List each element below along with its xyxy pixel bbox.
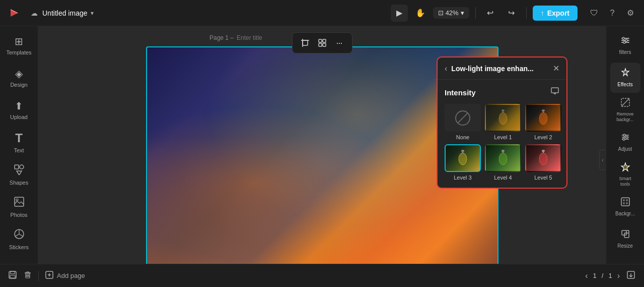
undo-button[interactable]: ↩ [482, 5, 499, 22]
download-button[interactable] [626, 270, 636, 282]
filters-label: filters [619, 49, 631, 55]
rp-remove-bg[interactable]: Removebackgr... [610, 95, 640, 125]
svg-point-18 [502, 109, 505, 111]
prev-page-button[interactable]: ‹ [585, 271, 588, 280]
left-sidebar: ⊞ Templates ◈ Design ⬆ Upload T Text Sha… [0, 26, 38, 264]
shapes-icon [14, 164, 25, 178]
add-page-button[interactable]: Add page [45, 270, 85, 281]
intensity-level1[interactable]: Level 1 [485, 104, 521, 140]
rp-adjust[interactable]: Adjust [610, 127, 640, 157]
zoom-control[interactable]: ⊡ 42% ▾ [433, 7, 469, 19]
level4-label: Level 4 [494, 175, 512, 181]
grid-view-button[interactable] [315, 35, 330, 50]
remove-bg-label: Removebackgr... [616, 111, 633, 123]
sidebar-item-shapes[interactable]: Shapes [4, 159, 34, 190]
level2-thumb [525, 104, 561, 132]
upload-icon: ⬆ [15, 100, 23, 112]
rp-resize[interactable]: Resize [610, 224, 640, 254]
none-label: None [456, 134, 469, 140]
templates-icon: ⊞ [15, 35, 23, 47]
help-icon[interactable]: ? [605, 6, 620, 21]
add-page-icon [45, 270, 54, 281]
intensity-level4[interactable]: Level 4 [485, 144, 521, 181]
level3-thumb [445, 144, 481, 172]
delete-page-button[interactable] [23, 270, 32, 281]
sidebar-item-templates[interactable]: ⊞ Templates [4, 30, 34, 61]
svg-rect-0 [15, 165, 19, 169]
sidebar-item-label: Design [10, 82, 27, 88]
svg-rect-46 [623, 199, 625, 201]
intensity-level2[interactable]: Level 2 [525, 104, 561, 140]
frame-icon: ⊡ [438, 9, 444, 17]
svg-rect-3 [15, 197, 24, 206]
intensity-none[interactable]: None [445, 104, 481, 140]
rp-filters[interactable]: filters [610, 30, 640, 61]
sidebar-item-label: Templates [6, 49, 31, 55]
topbar-tools: ▶ ✋ ⊡ 42% ▾ ↩ ↪ ↑ Export [391, 5, 578, 22]
redo-button[interactable]: ↪ [503, 5, 520, 22]
cloud-save-icon[interactable]: ☁ [29, 8, 39, 18]
level5-label: Level 5 [534, 175, 552, 181]
svg-point-16 [499, 112, 507, 125]
adjust-label: Adjust [618, 146, 632, 152]
pagination: ‹ 1 / 1 › [585, 271, 620, 280]
svg-point-34 [622, 37, 624, 39]
sidebar-item-text[interactable]: T Text [4, 127, 34, 157]
sidebar-item-label: Upload [10, 114, 28, 120]
photos-icon [14, 196, 25, 210]
save-page-button[interactable] [8, 270, 17, 281]
pointer-tool-button[interactable]: ▶ [391, 5, 408, 22]
adjust-icon [620, 132, 630, 145]
fp-display-icon[interactable] [550, 87, 559, 98]
settings-icon[interactable]: ⚙ [623, 6, 638, 21]
export-button[interactable]: ↑ Export [533, 6, 578, 21]
svg-point-27 [502, 150, 505, 152]
svg-rect-49 [626, 202, 628, 204]
collapse-panel-handle[interactable]: ‹ [599, 150, 606, 170]
intensity-level5[interactable]: Level 5 [525, 144, 561, 181]
intensity-level3[interactable]: Level 3 [445, 144, 481, 181]
svg-point-25 [499, 153, 507, 165]
rp-smart-tools[interactable]: Smarttools [610, 159, 640, 190]
rp-background[interactable]: Backgr... [610, 192, 640, 222]
more-options-button[interactable]: ··· [332, 35, 347, 50]
title-chevron-icon[interactable]: ▾ [91, 10, 94, 17]
sidebar-item-stickers[interactable]: Stickers [4, 224, 34, 254]
page-separator: / [602, 272, 604, 279]
bb-divider [38, 271, 39, 281]
main-area: ⊞ Templates ◈ Design ⬆ Upload T Text Sha… [0, 26, 644, 264]
svg-point-44 [623, 138, 625, 140]
svg-point-22 [459, 153, 467, 165]
none-thumb [445, 104, 481, 132]
rp-effects[interactable]: Effects [610, 63, 640, 93]
next-page-button[interactable]: › [617, 271, 620, 280]
total-pages: 1 [608, 272, 612, 279]
svg-rect-13 [551, 88, 558, 93]
sidebar-item-upload[interactable]: ⬆ Upload [4, 95, 34, 125]
level3-label: Level 3 [454, 175, 471, 181]
svg-point-42 [623, 134, 625, 136]
level1-label: Level 1 [494, 134, 512, 140]
hand-tool-button[interactable]: ✋ [412, 5, 429, 22]
design-icon: ◈ [15, 68, 23, 80]
shield-icon[interactable]: 🛡 [587, 6, 602, 21]
title-area: ☁ Untitled image ▾ [29, 8, 94, 18]
app-logo[interactable] [6, 5, 22, 21]
fp-close-button[interactable]: ✕ [553, 64, 559, 73]
background-icon [620, 197, 630, 209]
fp-header-left: ‹ Low-light image enhan... [445, 64, 534, 73]
document-title[interactable]: Untitled image [42, 9, 88, 17]
level1-thumb [485, 104, 521, 132]
divider [475, 7, 476, 19]
crop-button[interactable] [298, 35, 313, 50]
svg-point-35 [625, 39, 627, 41]
sidebar-item-photos[interactable]: Photos [4, 192, 34, 222]
canvas-area: Page 1 – ··· [38, 26, 606, 264]
svg-point-19 [539, 112, 547, 125]
none-line [457, 112, 468, 123]
svg-point-36 [623, 41, 625, 43]
topbar: ☁ Untitled image ▾ ▶ ✋ ⊡ 42% ▾ ↩ ↪ ↑ Exp… [0, 0, 644, 26]
effects-label: Effects [617, 82, 632, 88]
fp-back-button[interactable]: ‹ [445, 64, 447, 73]
sidebar-item-design[interactable]: ◈ Design [4, 63, 34, 93]
